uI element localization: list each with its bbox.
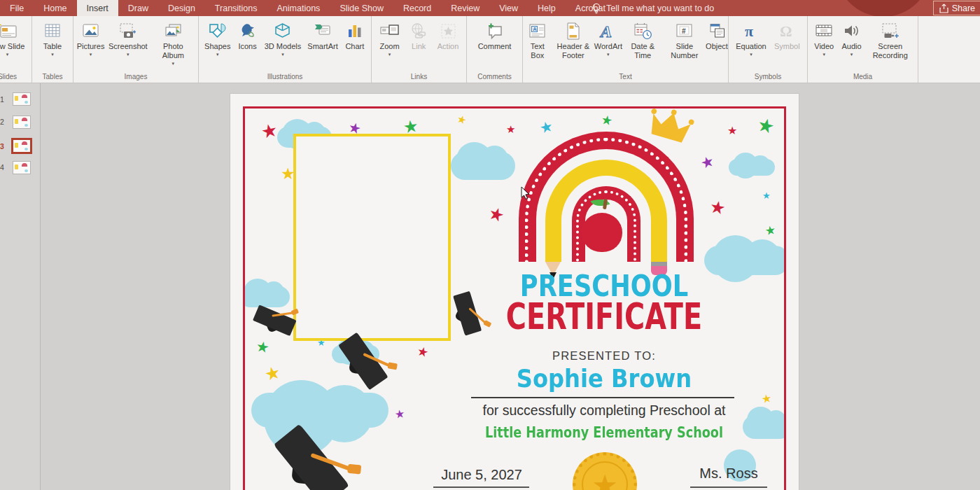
ribbon-button-3d-models[interactable]: 3D Models▾ xyxy=(264,18,302,58)
ribbon-button-wordart[interactable]: AWordArt▾ xyxy=(594,18,622,58)
share-icon xyxy=(939,4,948,13)
ribbon-button-video[interactable]: Video▾ xyxy=(813,18,835,58)
tell-me-box[interactable]: Tell me what you want to do xyxy=(592,0,714,16)
menu-tab-slide-show[interactable]: Slide Show xyxy=(330,0,393,16)
photo-placeholder[interactable] xyxy=(293,134,451,341)
menu-tab-home[interactable]: Home xyxy=(34,0,76,16)
ribbon-button-label: Equation xyxy=(736,42,766,51)
shapes-icon xyxy=(208,20,227,42)
certificate-subtitle[interactable]: for successfully completing Preschool at xyxy=(380,402,786,419)
star-icon xyxy=(762,191,771,200)
zoom-icon xyxy=(379,20,400,42)
ribbon-button-label: Comment xyxy=(478,42,512,51)
slide-panel[interactable]: 1234 xyxy=(0,83,41,490)
signer-name[interactable]: Ms. Ross xyxy=(680,465,778,482)
dropdown-caret-icon: ▾ xyxy=(90,52,92,57)
ribbon-button-date-time[interactable]: Date & Time xyxy=(622,18,664,62)
svg-text:Ω: Ω xyxy=(780,22,792,40)
date-underline xyxy=(433,486,529,488)
menu-tab-transitions[interactable]: Transitions xyxy=(205,0,267,16)
menu-tab-draw[interactable]: Draw xyxy=(118,0,158,16)
date-time-icon xyxy=(633,20,652,42)
slide-thumbnail-2[interactable]: 2 xyxy=(0,115,31,129)
ribbon-button-label: Table xyxy=(43,42,62,51)
dropdown-caret-icon: ▾ xyxy=(281,52,284,57)
dropdown-caret-icon: ▾ xyxy=(850,52,853,57)
text-box-icon: A xyxy=(528,20,547,42)
menu-tab-view[interactable]: View xyxy=(489,0,528,16)
menu-tab-animations[interactable]: Animations xyxy=(267,0,330,16)
star-icon xyxy=(260,120,279,141)
menu-tab-design[interactable]: Design xyxy=(158,0,205,16)
ribbon-button-label: Date & Time xyxy=(623,42,663,60)
ribbon-button-audio[interactable]: Audio▾ xyxy=(841,18,863,58)
ribbon-button-table[interactable]: Table▾ xyxy=(41,18,64,58)
star-icon xyxy=(601,113,614,128)
share-button[interactable]: Share xyxy=(933,1,980,15)
ribbon-button-new-slide[interactable]: New Slide▾ xyxy=(0,18,25,58)
ribbon-button-smartart[interactable]: SmartArt xyxy=(307,18,338,52)
star-icon xyxy=(727,125,737,136)
ribbon-group-symbols: πEquation▾ΩSymbolSymbols xyxy=(729,16,808,83)
menu-tab-record[interactable]: Record xyxy=(393,0,441,16)
ribbon-button-label: 3D Models xyxy=(265,42,302,51)
star-icon xyxy=(699,153,715,172)
slide-number: 4 xyxy=(0,163,6,172)
ribbon-button-photo-album[interactable]: Photo Album▾ xyxy=(150,18,195,67)
dropdown-caret-icon: ▾ xyxy=(388,52,391,57)
svg-text:A: A xyxy=(533,26,538,32)
star-icon xyxy=(486,204,507,225)
ribbon-button-slide-number[interactable]: #Slide Number xyxy=(664,18,706,62)
ribbon-button-label: Pictures xyxy=(77,42,105,51)
dropdown-caret-icon: ▾ xyxy=(607,52,610,57)
slide-thumbnail-4[interactable]: 4 xyxy=(0,161,31,174)
action-icon xyxy=(439,20,458,42)
ribbon-button-pictures[interactable]: Pictures▾ xyxy=(76,18,106,58)
ribbon-button-label: Video xyxy=(814,42,834,51)
dropdown-caret-icon: ▾ xyxy=(172,61,175,66)
ribbon-button-screenshot[interactable]: Screenshot▾ xyxy=(108,18,148,58)
ribbon-button-text-box[interactable]: AText Box xyxy=(523,18,552,62)
ribbon-group-text: AText BoxHeader & FooterAWordArt▾Date & … xyxy=(523,16,729,83)
tell-me-label: Tell me what you want to do xyxy=(606,4,714,13)
slide-thumbnail-preview[interactable] xyxy=(13,115,31,129)
menu-tab-file[interactable]: File xyxy=(0,0,34,16)
slide-thumbnail-preview[interactable] xyxy=(11,138,32,154)
ribbon-button-shapes[interactable]: Shapes▾ xyxy=(204,18,231,58)
equation-icon: π xyxy=(742,20,760,42)
menu-tab-review[interactable]: Review xyxy=(441,0,489,16)
ribbon-button-object[interactable]: Object xyxy=(706,18,728,52)
slide-canvas[interactable]: PRESCHOOL CERTIFICATE PRESENTED TO: Soph… xyxy=(230,93,799,490)
ribbon-button-screen-recording[interactable]: Screen Recording xyxy=(868,18,913,62)
menu-tab-insert[interactable]: Insert xyxy=(77,0,118,16)
certificate-title-line2[interactable]: CERTIFICATE xyxy=(429,299,778,335)
ribbon-button-label: Screen Recording xyxy=(869,42,912,60)
certificate-design: PRESCHOOL CERTIFICATE PRESENTED TO: Soph… xyxy=(243,106,786,490)
ribbon-button-icons[interactable]: Icons xyxy=(237,18,259,52)
slide-thumbnail-1[interactable]: 1 xyxy=(0,92,31,106)
video-icon xyxy=(814,20,834,42)
ribbon-button-label: Link xyxy=(412,42,426,51)
date-value[interactable]: June 5, 2027 xyxy=(433,467,531,483)
signer-underline xyxy=(690,486,767,488)
slide-thumbnail-3[interactable]: 3 xyxy=(0,138,32,154)
comment-icon xyxy=(485,20,505,42)
menu-tab-help[interactable]: Help xyxy=(528,0,566,16)
ribbon-group-label: Symbols xyxy=(729,72,807,83)
graduation-cap-icon xyxy=(268,430,355,490)
lightbulb-icon xyxy=(592,3,601,14)
ribbon-button-zoom[interactable]: Zoom▾ xyxy=(379,18,401,58)
slide-thumbnail-preview[interactable] xyxy=(13,92,31,106)
ribbon-button-chart[interactable]: Chart xyxy=(344,18,366,52)
ribbon-button-comment[interactable]: Comment xyxy=(477,18,512,52)
ribbon-group-label: Links xyxy=(372,72,466,83)
ribbon-button-header-footer[interactable]: Header & Footer xyxy=(552,18,594,62)
ribbon-button-equation[interactable]: πEquation▾ xyxy=(735,18,766,58)
presented-to-label[interactable]: PRESENTED TO: xyxy=(380,349,786,363)
cloud xyxy=(251,393,388,428)
ribbon-button-label: Audio xyxy=(841,42,861,51)
school-name[interactable]: Little Harmony Elementary School xyxy=(416,424,786,441)
recipient-name[interactable]: Sophie Brown xyxy=(398,365,786,393)
slide-thumbnail-preview[interactable] xyxy=(13,161,31,174)
share-label: Share xyxy=(952,4,975,13)
